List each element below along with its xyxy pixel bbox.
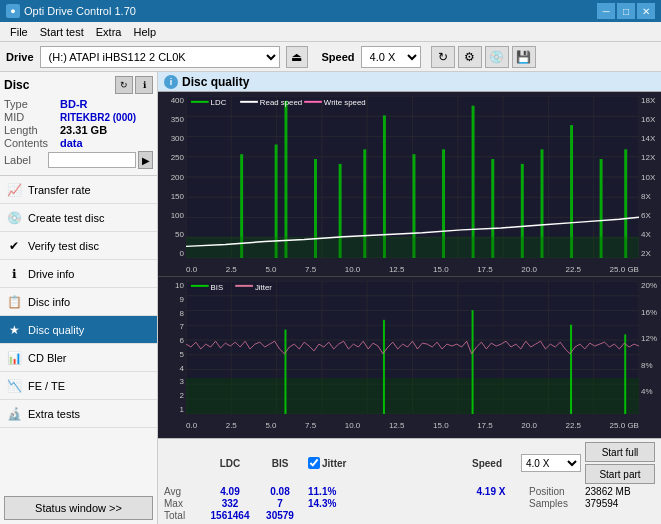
status-window-button[interactable]: Status window >> bbox=[4, 496, 153, 520]
samples-label: Samples bbox=[525, 498, 585, 509]
svg-rect-40 bbox=[240, 101, 258, 103]
title-bar-controls: ─ □ ✕ bbox=[597, 3, 655, 19]
charts-area: 400 350 300 250 200 150 100 50 0 18X 16X… bbox=[158, 92, 661, 438]
svg-rect-23 bbox=[284, 101, 287, 258]
speed-header: Speed bbox=[457, 458, 517, 469]
close-button[interactable]: ✕ bbox=[637, 3, 655, 19]
svg-rect-69 bbox=[472, 310, 474, 414]
contents-label: Contents bbox=[4, 137, 60, 149]
total-bis: 30579 bbox=[256, 510, 304, 521]
chart2-container: 10 9 8 7 6 5 4 3 2 1 20% 16% 12% 8 bbox=[158, 277, 661, 432]
chart2-svg: BIS Jitter bbox=[186, 281, 639, 414]
disc-header: Disc ↻ ℹ bbox=[4, 76, 153, 94]
contents-value: data bbox=[60, 137, 83, 149]
svg-rect-68 bbox=[383, 320, 385, 414]
maximize-button[interactable]: □ bbox=[617, 3, 635, 19]
sidebar-item-label: Drive info bbox=[28, 268, 74, 280]
refresh-button[interactable]: ↻ bbox=[431, 46, 455, 68]
stats-avg-row: Avg 4.09 0.08 11.1% 4.19 X Position 2386… bbox=[164, 486, 655, 497]
sidebar: Disc ↻ ℹ Type BD-R MID RITEKBR2 (000) Le… bbox=[0, 72, 158, 524]
disc-type-row: Type BD-R bbox=[4, 98, 153, 110]
mid-label: MID bbox=[4, 111, 60, 123]
svg-rect-27 bbox=[383, 115, 386, 258]
sidebar-item-label: Disc quality bbox=[28, 324, 84, 336]
svg-rect-37 bbox=[186, 237, 639, 258]
total-ldc: 1561464 bbox=[204, 510, 256, 521]
menu-extra[interactable]: Extra bbox=[90, 24, 128, 40]
jitter-checkbox[interactable] bbox=[308, 457, 320, 469]
disc-title: Disc bbox=[4, 78, 29, 92]
content-area: i Disc quality 400 350 300 250 200 150 1… bbox=[158, 72, 661, 524]
sidebar-item-disc-info[interactable]: 📋 Disc info bbox=[0, 288, 157, 316]
drive-bar: Drive (H:) ATAPI iHBS112 2 CL0K ⏏ Speed … bbox=[0, 42, 661, 72]
chart1-y-axis-left: 400 350 300 250 200 150 100 50 0 bbox=[158, 96, 186, 258]
app-title: Opti Drive Control 1.70 bbox=[24, 5, 136, 17]
speed-selector[interactable]: 4.0 X bbox=[361, 46, 421, 68]
fe-te-icon: 📉 bbox=[6, 378, 22, 394]
start-full-button[interactable]: Start full bbox=[585, 442, 655, 462]
extra-tests-icon: 🔬 bbox=[6, 406, 22, 422]
minimize-button[interactable]: ─ bbox=[597, 3, 615, 19]
drive-selector[interactable]: (H:) ATAPI iHBS112 2 CL0K bbox=[40, 46, 280, 68]
stats-header-row: LDC BIS Jitter Speed 4.0 X Start full St… bbox=[164, 442, 655, 484]
disc-quality-title: Disc quality bbox=[182, 75, 249, 89]
sidebar-item-fe-te[interactable]: 📉 FE / TE bbox=[0, 372, 157, 400]
menu-start-test[interactable]: Start test bbox=[34, 24, 90, 40]
svg-rect-70 bbox=[570, 325, 572, 414]
disc-refresh-button[interactable]: ↻ bbox=[115, 76, 133, 94]
label-go-button[interactable]: ▶ bbox=[138, 151, 153, 169]
sidebar-item-label: CD Bler bbox=[28, 352, 67, 364]
svg-rect-38 bbox=[191, 101, 209, 103]
sidebar-item-create-test-disc[interactable]: 💿 Create test disc bbox=[0, 204, 157, 232]
disc-contents-row: Contents data bbox=[4, 137, 153, 149]
stats-total-row: Total 1561464 30579 bbox=[164, 510, 655, 521]
svg-text:Read speed: Read speed bbox=[260, 98, 302, 107]
sidebar-item-disc-quality[interactable]: ★ Disc quality bbox=[0, 316, 157, 344]
toolbar-icons: ↻ ⚙ 💿 💾 bbox=[431, 46, 536, 68]
ldc-header: LDC bbox=[204, 458, 256, 469]
avg-label: Avg bbox=[164, 486, 204, 497]
main-layout: Disc ↻ ℹ Type BD-R MID RITEKBR2 (000) Le… bbox=[0, 72, 661, 524]
svg-rect-67 bbox=[284, 330, 286, 414]
disc-mid-row: MID RITEKBR2 (000) bbox=[4, 111, 153, 123]
svg-text:Jitter: Jitter bbox=[255, 283, 272, 292]
max-bis: 7 bbox=[256, 498, 304, 509]
jitter-label: Jitter bbox=[322, 458, 346, 469]
disc-info-button[interactable]: ℹ bbox=[135, 76, 153, 94]
speed-select-stats[interactable]: 4.0 X bbox=[521, 454, 581, 472]
total-label: Total bbox=[164, 510, 204, 521]
title-bar-left: ● Opti Drive Control 1.70 bbox=[6, 4, 136, 18]
avg-jitter: 11.1% bbox=[308, 486, 461, 497]
chart1-x-axis: 0.0 2.5 5.0 7.5 10.0 12.5 15.0 17.5 20.0… bbox=[186, 265, 639, 274]
menu-help[interactable]: Help bbox=[127, 24, 162, 40]
disc-section: Disc ↻ ℹ Type BD-R MID RITEKBR2 (000) Le… bbox=[0, 72, 157, 176]
drive-label: Drive bbox=[6, 51, 34, 63]
sidebar-item-cd-bler[interactable]: 📊 CD Bler bbox=[0, 344, 157, 372]
svg-text:LDC: LDC bbox=[211, 98, 227, 107]
settings-button[interactable]: ⚙ bbox=[458, 46, 482, 68]
svg-rect-42 bbox=[304, 101, 322, 103]
menu-file[interactable]: File bbox=[4, 24, 34, 40]
sidebar-item-extra-tests[interactable]: 🔬 Extra tests bbox=[0, 400, 157, 428]
max-jitter: 14.3% bbox=[308, 498, 461, 509]
start-part-button[interactable]: Start part bbox=[585, 464, 655, 484]
transfer-rate-icon: 📈 bbox=[6, 182, 22, 198]
chart2-y-axis-left: 10 9 8 7 6 5 4 3 2 1 bbox=[158, 281, 186, 414]
chart1-svg: LDC Read speed Write speed bbox=[186, 96, 639, 258]
stats-max-row: Max 332 7 14.3% Samples 379594 bbox=[164, 498, 655, 509]
sidebar-item-label: Verify test disc bbox=[28, 240, 99, 252]
sidebar-item-transfer-rate[interactable]: 📈 Transfer rate bbox=[0, 176, 157, 204]
label-input[interactable] bbox=[48, 152, 136, 168]
disc-button[interactable]: 💿 bbox=[485, 46, 509, 68]
position-value: 23862 MB bbox=[585, 486, 655, 497]
sidebar-item-drive-info[interactable]: ℹ Drive info bbox=[0, 260, 157, 288]
svg-text:BIS: BIS bbox=[211, 283, 224, 292]
length-label: Length bbox=[4, 124, 60, 136]
save-button[interactable]: 💾 bbox=[512, 46, 536, 68]
sidebar-item-verify-test-disc[interactable]: ✔ Verify test disc bbox=[0, 232, 157, 260]
sidebar-item-label: Extra tests bbox=[28, 408, 80, 420]
chart2-x-axis: 0.0 2.5 5.0 7.5 10.0 12.5 15.0 17.5 20.0… bbox=[186, 421, 639, 430]
max-label: Max bbox=[164, 498, 204, 509]
eject-button[interactable]: ⏏ bbox=[286, 46, 308, 68]
disc-info-icon: 📋 bbox=[6, 294, 22, 310]
